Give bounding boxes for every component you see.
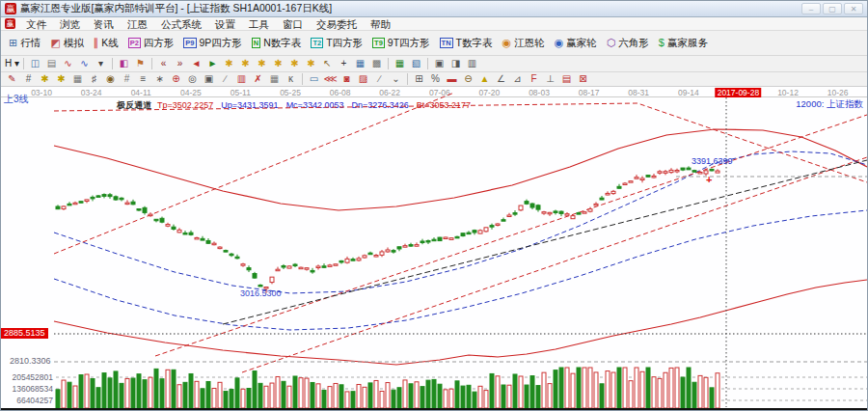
angles-icon[interactable]: ♯ — [86, 72, 102, 86]
toolbar-button-赢家轮[interactable]: ◉赢家轮 — [550, 35, 602, 52]
toolbar-button-label: T数字表 — [456, 37, 493, 50]
draw-pencil-icon[interactable]: ✎ — [4, 72, 20, 86]
diagonal-icon[interactable]: ∕ — [371, 72, 388, 86]
六角形-icon: ⬡ — [607, 38, 616, 48]
rays-icon[interactable]: ⋘ — [322, 72, 339, 86]
menu-item-文件[interactable]: 文件 — [19, 17, 53, 31]
table-grid-icon[interactable]: ⊞ — [411, 72, 427, 86]
pattern-icon[interactable]: ▩ — [368, 57, 385, 70]
last-page-icon[interactable]: » — [172, 57, 188, 70]
toolbar-button-label: 9T四方形 — [388, 37, 430, 50]
toolbar-button-label: T四方形 — [326, 37, 363, 50]
ellipse-icon[interactable]: ⊖ — [460, 72, 476, 86]
k-tool-icon[interactable]: ĸ — [283, 72, 299, 86]
volume-axis-label-2: 136068534 — [1, 384, 53, 394]
toolbar-button-9P四方形[interactable]: P99P四方形 — [178, 35, 247, 52]
fan-icon[interactable]: ∗ — [151, 72, 168, 86]
window-tool-icon[interactable]: ▭ — [306, 72, 322, 86]
menu-item-工具[interactable]: 工具 — [242, 17, 276, 31]
fibonacci-icon[interactable]: F — [526, 72, 542, 86]
resistance-icon[interactable]: ▤ — [558, 72, 575, 86]
period-selector-icon[interactable]: H ▾ — [4, 57, 20, 70]
toolbar-button-行情[interactable]: ⊞行情 — [4, 35, 45, 52]
gann-tool-1-icon[interactable]: ✱ — [221, 57, 237, 70]
gann-tool-4-icon[interactable]: ✱ — [270, 57, 286, 70]
menu-item-江恩[interactable]: 江恩 — [121, 17, 154, 31]
gann-tool-6-icon[interactable]: ✱ — [303, 57, 319, 70]
table-icon[interactable]: ▧ — [408, 57, 424, 70]
trend-line-icon[interactable]: ∕ — [217, 72, 233, 86]
toolbar-button-9T四方形[interactable]: T99T四方形 — [367, 35, 435, 52]
toolbar-separator — [23, 58, 24, 69]
grid-lines-icon[interactable]: # — [20, 72, 37, 86]
matrix-icon[interactable]: ▦ — [266, 72, 283, 86]
support-icon[interactable]: ⊥ — [542, 72, 558, 86]
toolbar-button-T四方形[interactable]: T2T四方形 — [306, 35, 367, 52]
arc-icon[interactable]: ⌄ — [388, 72, 404, 86]
low-price-label: 3016.5300 — [240, 288, 282, 298]
print-icon[interactable]: ▥ — [464, 57, 480, 70]
next-icon[interactable]: ► — [204, 57, 221, 70]
export-icon[interactable]: ◨ — [448, 57, 464, 70]
toolbar-button-江恩轮[interactable]: ◉江恩轮 — [498, 35, 550, 52]
flag-icon[interactable]: ⚑ — [132, 57, 149, 70]
menu-item-公式系统[interactable]: 公式系统 — [154, 17, 208, 31]
maximize-button[interactable]: ▢ — [823, 3, 842, 14]
percent-icon[interactable]: % — [427, 72, 444, 86]
K线-icon: ∥ — [94, 38, 99, 48]
layout-icon[interactable]: ◫ — [27, 57, 43, 70]
gann-tool-5-icon[interactable]: ✱ — [286, 57, 303, 70]
first-page-icon[interactable]: « — [155, 57, 172, 70]
toolbar-navigation: H ▾◫▤∿∿▾◧⚑«»◄►✱✱✱✱✱✱↖+▦▩▦▧▣◨▥ — [1, 56, 867, 72]
close-box-icon[interactable]: ⊠ — [575, 72, 591, 86]
delete-draw-icon[interactable]: ✗ — [250, 72, 266, 86]
rings-icon[interactable]: ◎ — [184, 72, 201, 86]
toolbar-button-T数字表[interactable]: TNT数字表 — [435, 35, 498, 52]
menu-item-设置[interactable]: 设置 — [208, 17, 242, 31]
toolbar-button-六角形[interactable]: ⬡六角形 — [602, 35, 654, 52]
target-icon[interactable]: ⊕ — [168, 72, 184, 86]
toolbar-button-label: 模拟 — [64, 37, 84, 50]
toolbar-button-四方形[interactable]: P2四方形 — [123, 35, 179, 52]
red-box-1-icon[interactable]: ◙ — [339, 72, 355, 86]
circle-tool-icon[interactable]: ◉ — [102, 72, 119, 86]
menu-item-帮助[interactable]: 帮助 — [364, 17, 397, 31]
grid-icon[interactable]: ▦ — [352, 57, 368, 70]
close-button[interactable]: ✕ — [844, 3, 863, 14]
list-icon[interactable]: ▤ — [43, 57, 60, 70]
tick-chart-icon[interactable]: ∿ — [60, 57, 76, 70]
toolbar-button-K线[interactable]: ∥K线 — [89, 35, 123, 52]
toolbar-button-模拟[interactable]: ◩模拟 — [45, 35, 88, 52]
crosshair-icon[interactable]: + — [336, 57, 352, 70]
menu-item-交易委托[interactable]: 交易委托 — [310, 17, 364, 31]
square-grid-icon[interactable]: ▦ — [69, 72, 86, 86]
gann-tool-3-icon[interactable]: ✱ — [254, 57, 270, 70]
menu-item-浏览[interactable]: 浏览 — [53, 17, 87, 31]
red-box-2-icon[interactable]: ▨ — [355, 72, 371, 86]
minimize-button[interactable]: – — [801, 3, 821, 14]
toolbar-button-label: 9P四方形 — [200, 37, 242, 50]
gann-grid-icon[interactable]: # — [119, 72, 135, 86]
calendar-icon[interactable]: ▦ — [392, 57, 408, 70]
bar-tool-icon[interactable]: ▬ — [444, 72, 460, 86]
box-tool-icon[interactable]: ▣ — [201, 72, 217, 86]
triangle-icon[interactable]: ▲ — [476, 72, 493, 86]
save-icon[interactable]: ▣ — [431, 57, 448, 70]
line-chart-icon[interactable]: ∿ — [76, 57, 93, 70]
chart-menu-icon[interactable]: ▾ — [93, 57, 109, 70]
levels-icon[interactable]: ≡ — [135, 72, 151, 86]
menu-item-窗口[interactable]: 窗口 — [276, 17, 310, 31]
red-grid-icon[interactable]: ▥ — [233, 72, 250, 86]
angle-1-icon[interactable]: ∠ — [493, 72, 509, 86]
pointer-icon[interactable]: ↖ — [319, 57, 336, 70]
compare-icon[interactable]: ◧ — [116, 57, 132, 70]
star-grid-1-icon[interactable]: ✱ — [37, 72, 53, 86]
toolbar-button-N数字表[interactable]: NN数字表 — [247, 35, 307, 52]
gann-tool-2-icon[interactable]: ✱ — [237, 57, 254, 70]
angle-2-icon[interactable]: ⊿ — [509, 72, 526, 86]
prev-icon[interactable]: ◄ — [188, 57, 204, 70]
menu-item-资讯[interactable]: 资讯 — [87, 17, 121, 31]
star-grid-2-icon[interactable]: ✱ — [53, 72, 69, 86]
chart-canvas[interactable] — [1, 87, 868, 411]
toolbar-button-赢家服务[interactable]: $赢家服务 — [654, 35, 713, 52]
